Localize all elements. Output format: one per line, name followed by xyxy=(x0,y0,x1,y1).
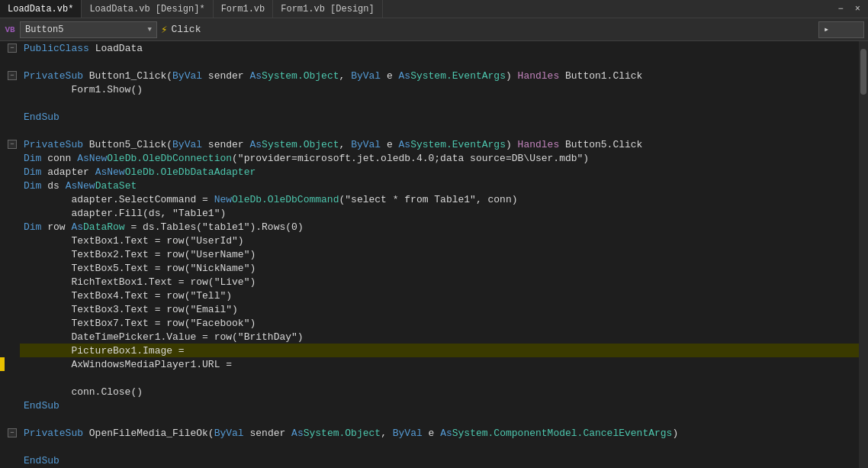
code-line: TextBox4.Text = row("Tell") xyxy=(20,289,859,302)
collapse-marker xyxy=(5,371,20,385)
dropdown-arrow-icon: ▼ xyxy=(148,26,152,34)
collapse-marker xyxy=(5,220,20,234)
scrollbar-thumb[interactable] xyxy=(860,49,866,95)
code-line: TextBox5.Text = row("NickName") xyxy=(20,261,859,275)
code-line: AxWindowsMediaPlayer1.URL = xyxy=(20,357,859,371)
tab-bar: LoadData.vb* LoadData.vb [Design]* Form1… xyxy=(0,0,868,18)
code-line: DateTimePicker1.Value = row("BrithDay") xyxy=(20,330,859,344)
code-line: Private Sub Button1_Click(ByVal sender A… xyxy=(20,69,859,82)
collapse-marker xyxy=(5,151,20,165)
collapse-marker xyxy=(5,344,20,357)
vb-icon: VB xyxy=(4,24,16,36)
collapse-marker xyxy=(5,275,20,289)
yellow-indicator xyxy=(0,357,5,371)
tab-form1-design[interactable]: Form1.vb [Design] xyxy=(273,0,382,18)
code-line: Dim conn As New OleDb.OleDbConnection("p… xyxy=(20,151,859,165)
code-line: TextBox3.Text = row("Email") xyxy=(20,302,859,316)
code-line: Private Sub OpenFileMedia_FileOk(ByVal s… xyxy=(20,426,859,440)
collapse-marker xyxy=(5,302,20,316)
code-line: Dim ds As New DataSet xyxy=(20,179,859,192)
code-line: Form1.Show() xyxy=(20,82,859,96)
tab-label: Form1.vb [Design] xyxy=(281,4,374,15)
collapse-marker xyxy=(5,96,20,110)
code-line xyxy=(20,412,859,426)
code-line xyxy=(20,124,859,137)
collapse-marker xyxy=(5,110,20,124)
indicator-column xyxy=(0,41,5,468)
event-dropdown-arrow: ▸ xyxy=(824,24,829,35)
lightning-icon: ⚡ xyxy=(161,23,167,36)
tab-loaddata-design[interactable]: LoadData.vb [Design]* xyxy=(82,0,213,18)
collapse-marker xyxy=(5,412,20,426)
code-line: conn.Close() xyxy=(20,385,859,399)
tab-label: Form1.vb xyxy=(221,4,265,15)
collapse-marker xyxy=(5,385,20,399)
collapse-marker xyxy=(5,206,20,220)
collapse-marker[interactable]: − xyxy=(5,69,20,82)
code-line: Dim row As DataRow = ds.Tables("table1")… xyxy=(20,220,859,234)
code-line xyxy=(20,371,859,385)
code-line: RichTextBox1.Text = row("Live") xyxy=(20,275,859,289)
code-line: Public Class LoadData xyxy=(20,41,859,55)
collapse-marker xyxy=(5,399,20,412)
dropdown-label: Button5 xyxy=(25,24,63,35)
tab-bar-controls: − × xyxy=(834,2,868,16)
collapse-marker xyxy=(5,316,20,330)
code-line: PictureBox1.Image = xyxy=(20,344,859,357)
collapse-marker xyxy=(5,247,20,261)
collapse-marker xyxy=(5,179,20,192)
collapse-marker[interactable]: − xyxy=(5,41,20,55)
tab-close-icon[interactable]: × xyxy=(851,2,864,16)
code-line: End Sub xyxy=(20,453,859,467)
code-line: End Sub xyxy=(20,399,859,412)
collapse-marker xyxy=(5,234,20,247)
collapse-marker xyxy=(5,357,20,371)
tabs-container: LoadData.vb* LoadData.vb [Design]* Form1… xyxy=(0,0,383,18)
tab-label: LoadData.vb* xyxy=(8,4,73,15)
collapse-marker xyxy=(5,192,20,206)
code-line: adapter.SelectCommand = New OleDb.OleDbC… xyxy=(20,192,859,206)
code-line: TextBox1.Text = row("UserId") xyxy=(20,234,859,247)
collapse-marker xyxy=(5,124,20,137)
collapse-marker xyxy=(5,55,20,69)
collapse-marker xyxy=(5,453,20,467)
code-editor[interactable]: Public Class LoadData Private Sub Button… xyxy=(20,41,859,468)
code-line: Private Sub Button5_Click(ByVal sender A… xyxy=(20,137,859,151)
code-line xyxy=(20,96,859,110)
tab-form1-vb[interactable]: Form1.vb xyxy=(214,0,274,18)
code-line: TextBox7.Text = row("Facebook") xyxy=(20,316,859,330)
collapse-marker xyxy=(5,440,20,453)
tab-loaddata-vb[interactable]: LoadData.vb* xyxy=(0,0,82,18)
collapse-marker[interactable]: − xyxy=(5,426,20,440)
code-line: adapter.Fill(ds, "Table1") xyxy=(20,206,859,220)
collapse-marker xyxy=(5,261,20,275)
code-line: End Sub xyxy=(20,110,859,124)
vertical-scrollbar[interactable] xyxy=(859,41,868,468)
collapse-marker xyxy=(5,330,20,344)
code-line: TextBox2.Text = row("UserName") xyxy=(20,247,859,261)
tab-pin-icon[interactable]: − xyxy=(834,2,847,16)
collapse-marker[interactable]: − xyxy=(5,137,20,151)
click-label: Click xyxy=(171,24,201,35)
code-line xyxy=(20,55,859,69)
tab-label: LoadData.vb [Design]* xyxy=(89,4,204,15)
collapse-marker xyxy=(5,289,20,302)
event-dropdown[interactable]: ▸ xyxy=(818,21,864,38)
collapse-marker xyxy=(5,82,20,96)
collapse-marker xyxy=(5,165,20,179)
code-line: Dim adapter As New OleDb.OleDbDataAdapte… xyxy=(20,165,859,179)
code-line xyxy=(20,440,859,453)
method-dropdown[interactable]: Button5 ▼ xyxy=(20,21,157,38)
collapse-column: −−−− xyxy=(5,41,20,468)
code-toolbar: VB Button5 ▼ ⚡ Click ▸ xyxy=(0,18,868,41)
editor-area: −−−− Public Class LoadData Private Sub B… xyxy=(0,41,868,468)
